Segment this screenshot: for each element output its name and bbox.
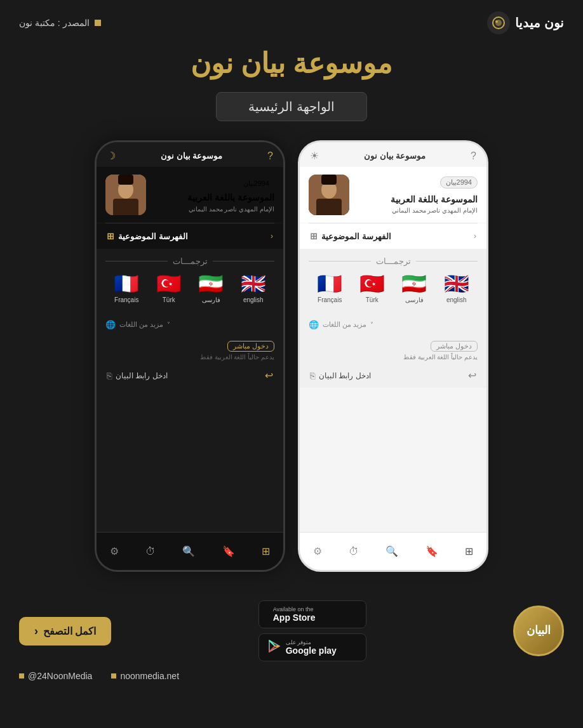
- nav-settings-icon[interactable]: ⚙: [110, 545, 119, 557]
- topbar-moon-icon: ☽: [107, 150, 116, 162]
- enter-link-back-icon-light: ↩: [468, 369, 476, 381]
- topbar-help-icon-light[interactable]: ?: [471, 150, 476, 162]
- avatar-dark: [105, 175, 146, 215]
- fehreset-row-dark[interactable]: ‹ الفهرسة الموضوعية ⊞: [97, 223, 283, 249]
- more-languages-light[interactable]: ˅ مزيد من اللغات 🌐: [300, 317, 486, 334]
- flag-ir-label-light: فارسی: [405, 296, 424, 303]
- profile-subtitle-dark: الإمام المهدي ناصر محمد اليماني: [152, 206, 274, 213]
- flag-tr-icon-light: 🇹🇷: [359, 274, 385, 294]
- fehreset-text-dark: الفهرسة الموضوعية: [118, 232, 188, 241]
- enter-link-icon-light: ⎘: [310, 371, 315, 381]
- flag-fr-icon-light: 🇫🇷: [317, 274, 342, 294]
- continue-button[interactable]: اكمل التصفح ‹: [19, 617, 111, 645]
- enter-link-icon-dark: ⎘: [107, 371, 112, 381]
- flag-gb-icon-light: 🇬🇧: [444, 274, 469, 294]
- profile-title-light: الموسوعة باللغة العربية: [356, 194, 478, 206]
- topbar-help-icon[interactable]: ?: [267, 150, 273, 162]
- profile-number-dark: 2994بيان: [238, 178, 274, 189]
- brand-icon: [487, 11, 510, 34]
- more-lang-text-light: مزيد من اللغات: [323, 321, 366, 329]
- svg-rect-7: [118, 175, 133, 185]
- fehreset-chevron-dark: ‹: [271, 232, 273, 241]
- phone-light-content: ☀ موسوعة بيان نون ? 2994بيان الموسوعة با…: [300, 142, 486, 532]
- appstore-label-small: Available on the: [273, 606, 316, 612]
- flag-item-light[interactable]: 🇮🇷 فارسی: [401, 274, 427, 303]
- brand-logo: نون ميديا: [487, 11, 564, 34]
- social-item-handle: @24NoonMedia: [19, 671, 92, 681]
- flag-tr-label: Türk: [163, 296, 175, 303]
- fehreset-chevron-light: ‹: [474, 232, 476, 241]
- flag-item[interactable]: 🇮🇷 فارسی: [198, 274, 224, 303]
- nav-history-icon[interactable]: ⏱: [145, 546, 156, 557]
- flags-row-dark: 🇫🇷 Français 🇹🇷 Türk 🇮🇷 فارسی 🇬🇧 english: [105, 274, 274, 303]
- flag-item-light[interactable]: 🇹🇷 Türk: [359, 274, 385, 303]
- enter-link-row-dark[interactable]: ↩ ادخل رابط البيان ⎘: [97, 363, 283, 388]
- flag-item-light[interactable]: 🇬🇧 english: [444, 274, 469, 303]
- flag-gb-icon: 🇬🇧: [241, 274, 266, 294]
- bottom-nav-dark: ⚙ ⏱ 🔍 🔖 ⊞: [97, 532, 283, 570]
- fehreset-label-light: الفهرسة الموضوعية ⊞: [310, 231, 391, 241]
- svg-point-6: [119, 184, 132, 194]
- phone-light-title: موسوعة بيان نون: [364, 151, 426, 161]
- fehreset-row-light[interactable]: ‹ الفهرسة الموضوعية ⊞: [300, 223, 486, 249]
- page-header: المصدر : مكتبة نون نون ميديا: [0, 0, 583, 41]
- nav-bookmark-icon-light[interactable]: 🔖: [426, 545, 438, 557]
- bottom-nav-light: ⚙ ⏱ 🔍 🔖 ⊞: [300, 532, 486, 570]
- phone-light-topbar: ☀ موسوعة بيان نون ?: [300, 142, 486, 167]
- googleplay-label-small: متوفر على: [286, 639, 337, 645]
- social-dot-2: [111, 673, 116, 678]
- fehreset-label-dark: الفهرسة الموضوعية ⊞: [107, 231, 188, 241]
- translations-section-dark: ترجمـــات 🇫🇷 Français 🇹🇷 Türk 🇮🇷 فارسی: [97, 249, 283, 317]
- fehreset-text-light: الفهرسة الموضوعية: [321, 232, 391, 241]
- nav-grid-icon[interactable]: ⊞: [262, 545, 270, 557]
- svg-point-2: [495, 20, 498, 23]
- social-website: noonmedia.net: [120, 671, 179, 681]
- source-text: المصدر : مكتبة نون: [19, 18, 90, 28]
- enter-link-row-light[interactable]: ↩ ادخل رابط البيان ⎘: [300, 363, 486, 388]
- flag-tr-label-light: Türk: [366, 296, 379, 303]
- svg-rect-10: [316, 199, 342, 215]
- googleplay-text: متوفر على Google play: [286, 639, 337, 656]
- flag-gb-label-light: english: [446, 296, 467, 303]
- direct-access-title-light: دخول مباشر: [431, 341, 478, 352]
- svg-point-11: [323, 184, 335, 194]
- direct-access-title-wrap-dark: دخول مباشر: [105, 341, 274, 352]
- flag-item[interactable]: 🇬🇧 english: [241, 274, 266, 303]
- enter-link-back-icon-dark: ↩: [265, 369, 273, 381]
- subtitle-badge: الواجهة الرئيسية: [216, 92, 367, 121]
- social-footer: @24NoonMedia noonmedia.net: [0, 668, 583, 691]
- subtitle-badge-container: الواجهة الرئيسية: [0, 92, 583, 121]
- nav-history-icon-light[interactable]: ⏱: [349, 546, 359, 557]
- translations-section-light: ترجمـــات 🇫🇷 Français 🇹🇷 Türk 🇮🇷 فارسی: [300, 249, 486, 317]
- flag-gb-label: english: [243, 296, 264, 303]
- flag-item[interactable]: 🇹🇷 Türk: [156, 274, 182, 303]
- flag-item-light[interactable]: 🇫🇷 Français: [317, 274, 342, 303]
- nav-settings-icon-light[interactable]: ⚙: [313, 545, 322, 557]
- flag-fr-icon: 🇫🇷: [114, 274, 139, 294]
- flag-ir-icon-light: 🇮🇷: [401, 274, 427, 294]
- more-lang-chevron-dark: ˅: [167, 321, 170, 328]
- phone-dark-title: موسوعة بيان نون: [161, 151, 222, 161]
- more-languages-dark[interactable]: ˅ مزيد من اللغات 🌐: [97, 317, 283, 334]
- flag-item[interactable]: 🇫🇷 Français: [114, 274, 139, 303]
- phone-dark-content: ☽ موسوعة بيان نون ? 2994بيان الموسوعة با…: [97, 142, 283, 532]
- appstore-label-large: App Store: [273, 612, 316, 623]
- direct-access-title-wrap-light: دخول مباشر: [309, 341, 478, 352]
- nav-search-icon-light[interactable]: 🔍: [385, 545, 398, 557]
- direct-access-light: دخول مباشر يدعم حالياً اللغة العربية فقط: [300, 334, 486, 363]
- googleplay-icon: [268, 640, 281, 656]
- source-label: المصدر : مكتبة نون: [19, 18, 101, 28]
- globe-icon-light: 🌐: [309, 320, 319, 329]
- brand-name: نون ميديا: [515, 15, 564, 30]
- appstore-badge[interactable]: Available on the App Store: [258, 600, 366, 628]
- flag-fr-label-light: Français: [318, 296, 342, 303]
- googleplay-badge[interactable]: متوفر على Google play: [258, 633, 366, 661]
- more-lang-chevron-light: ˅: [370, 321, 373, 328]
- nav-grid-icon-light[interactable]: ⊞: [465, 545, 473, 557]
- translations-title-dark: ترجمـــات: [105, 256, 274, 266]
- nav-bookmark-icon[interactable]: 🔖: [222, 545, 235, 557]
- nav-search-icon[interactable]: 🔍: [182, 545, 195, 557]
- social-item-website: noonmedia.net: [111, 671, 179, 681]
- svg-rect-12: [321, 175, 337, 185]
- profile-number-light: 2994بيان: [440, 176, 478, 189]
